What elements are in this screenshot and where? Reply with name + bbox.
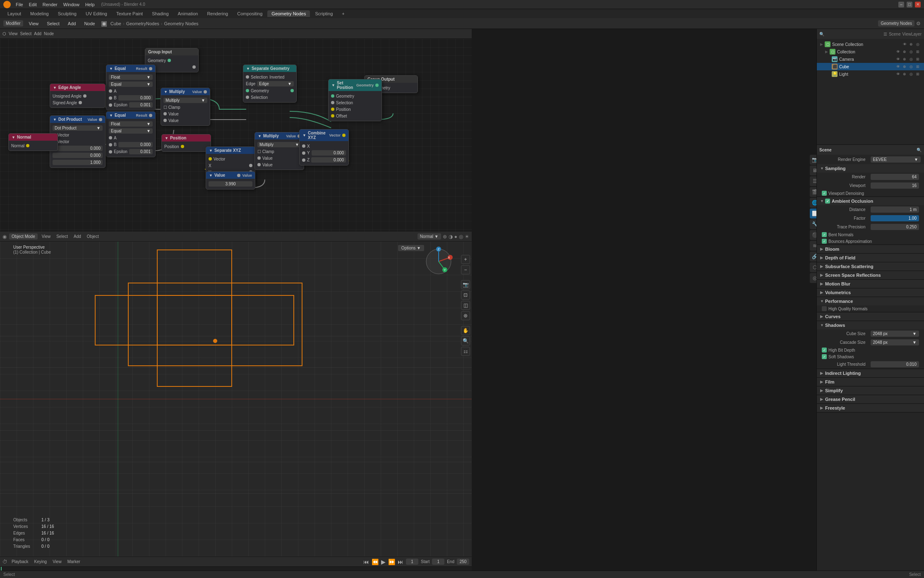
outliner-collection-cursor[interactable]: ⊕ [902,49,907,55]
timeline-play[interactable]: ▶ [381,559,386,565]
outliner-cube-extra[interactable]: ⊞ [915,64,921,70]
tab-shading[interactable]: Shading [148,10,173,17]
timeline-jump-end[interactable]: ⏭ [398,559,403,565]
ao-trace-value[interactable]: 0.250 [871,224,919,230]
timeline-current-frame[interactable]: 1 [406,559,418,565]
viewport-select-menu[interactable]: Select [55,234,70,239]
outliner-cube-cursor[interactable]: ⊕ [902,64,907,70]
node-dot-product-op-dropdown[interactable]: Dot Product ▼ [53,125,103,131]
node-view-menu[interactable]: View [9,31,18,36]
node-combine-xyz[interactable]: ▼ Combine XYZ Vector X Y 0.000 [299,129,349,165]
shadows-hbd-checkbox[interactable]: ✓ [822,348,827,353]
node-value[interactable]: ▼ Value Value 3.990 [206,171,255,189]
sep-geo-type-dropdown[interactable]: Edge ▼ [257,81,294,86]
vp-zoom-in[interactable]: + [461,255,470,264]
viewport-normal-dropdown[interactable]: Normal ▼ [418,233,441,240]
node-equal1-type-dropdown[interactable]: Float ▼ [109,74,153,80]
viewport-solid-icon[interactable]: ● [454,234,457,240]
node-edge-angle[interactable]: ▼ Edge Angle Unsigned Angle Signed Angle [50,84,106,108]
node-dot-product[interactable]: ▼ Dot Product Value Dot Product ▼ Vector [50,115,106,168]
outliner-light-render[interactable]: ◎ [908,71,914,77]
outliner-camera-eye[interactable]: 👁 [895,56,901,62]
viewport-object-menu[interactable]: Object [85,234,101,239]
outliner-light-cursor[interactable]: ⊕ [902,71,907,77]
viewport-add-menu[interactable]: Add [72,234,83,239]
tab-geometry-nodes[interactable]: Geometry Nodes [267,10,310,17]
timeline-view-menu[interactable]: View [51,559,63,564]
breadcrumb-cube[interactable]: Cube [110,21,121,26]
outliner-cube-render[interactable]: ◎ [908,64,914,70]
node-multiply1[interactable]: ▼ Multiply Value Multiply ▼ ☐ Clamp Valu… [161,88,210,126]
outliner-camera-cursor[interactable]: ⊕ [902,56,907,62]
node-add-menu[interactable]: Add [34,31,41,36]
vp-camera[interactable]: 📷 [461,280,470,289]
ao-distance-value[interactable]: 1 m [871,206,919,213]
outliner-collection-render[interactable]: ◎ [908,49,914,55]
outliner-cube[interactable]: ⬛ Cube 👁 ⊕ ◎ ⊞ [817,63,924,70]
ssr-header[interactable]: ▶ Screen Space Reflections [817,271,924,279]
tab-layout[interactable]: Layout [3,10,25,17]
node-dot-y[interactable]: 0.000 [53,153,103,158]
ao-bent-normals-checkbox[interactable]: ✓ [822,232,827,237]
sss-header[interactable]: ▶ Subsurface Scattering [817,262,924,271]
outliner-collection-extra[interactable]: ⊞ [915,49,921,55]
outliner-filter-icon[interactable]: ☰ [883,32,887,36]
multiply2-op-dropdown[interactable]: Multiply ▼ [257,142,301,147]
viewport-rendered-icon[interactable]: ☀ [465,234,469,240]
node-multiply1-op-dropdown[interactable]: Multiply ▼ [163,98,207,103]
vp-extra[interactable]: ⚏ [461,347,470,356]
node-equal2-eps-value[interactable]: 0.001 [129,149,153,154]
sampling-header[interactable]: ▼ Sampling [817,164,924,173]
dof-header[interactable]: ▶ Depth of Field [817,254,924,262]
shadows-cube-size-select[interactable]: 2048 px ▼ [871,331,919,337]
node-equal1-op-dropdown[interactable]: Equal ▼ [109,82,153,87]
node-position[interactable]: ▼ Position Position [161,134,211,152]
timeline-step-back[interactable]: ⏪ [372,559,379,565]
menu-file[interactable]: File [13,1,26,8]
node-equal1-b-value[interactable]: 0.000 [118,95,153,101]
simplify-header[interactable]: ▶ Simplify [817,386,924,395]
perf-header[interactable]: ▼ Performance [817,297,924,305]
tab-rendering[interactable]: Rendering [203,10,232,17]
node-select-menu[interactable]: Select [20,31,32,36]
node-equal2[interactable]: ▼ Equal Result Float ▼ Equal ▼ A [106,111,156,157]
tab-add[interactable]: + [338,10,348,17]
outliner-cube-eye[interactable]: 👁 [895,64,901,70]
perf-hq-normals-checkbox[interactable] [822,306,827,311]
combine-xyz-z-value[interactable]: 0.000 [311,157,346,163]
node-menu[interactable]: Node [82,20,97,27]
vp-magnify[interactable]: 🔍 [461,336,470,345]
tab-texture-paint[interactable]: Texture Paint [112,10,147,17]
mb-header[interactable]: ▶ Motion Blur [817,280,924,288]
node-set-position[interactable]: ▼ Set Position Geometry Geometry Selecti… [328,79,382,121]
node-equal2-op-dropdown[interactable]: Equal ▼ [109,128,153,134]
outliner-camera[interactable]: 📷 Camera 👁 ⊕ ◎ ⊞ [817,55,924,63]
viewport-canvas[interactable]: User Perspective (1) Collection | Cube O… [0,242,472,556]
tab-sculpting[interactable]: Sculpting [54,10,81,17]
vp-zoom-out[interactable]: − [461,265,470,274]
outliner-action-cursor[interactable]: ⊕ [908,41,914,47]
viewport-overlay-icon[interactable]: ⊛ [443,234,447,240]
shadows-threshold-value[interactable]: 0.010 [871,361,919,367]
outliner-light-extra[interactable]: ⊞ [915,71,921,77]
viewport-shading-icon[interactable]: ◑ [449,234,453,240]
menu-window[interactable]: Window [61,1,82,8]
timeline-start-frame[interactable]: 1 [432,559,444,565]
menu-render[interactable]: Render [40,1,60,8]
indirect-lighting-header[interactable]: ▶ Indirect Lighting [817,369,924,377]
node-normal[interactable]: ▼ Normal Normal [8,133,58,151]
curves-header[interactable]: ▶ Curves [817,312,924,321]
vp-toggle-proportional[interactable]: ⊛ [461,311,470,320]
add-menu[interactable]: Add [65,20,79,27]
object-mode-dropdown[interactable]: Object Mode [9,233,38,240]
node-multiply2[interactable]: ▼ Multiply Value Multiply ▼ ☐ Clamp Valu… [254,132,304,170]
view-menu[interactable]: View [26,20,41,27]
ao-header[interactable]: ▼ ✓ Ambient Occlusion [817,197,924,205]
outliner-action-render[interactable]: ◎ [915,41,921,47]
outliner-collection-eye[interactable]: 👁 [895,49,901,55]
node-equal1[interactable]: ▼ Equal Result Float ▼ Equal ▼ A [106,65,156,110]
timeline-playback-menu[interactable]: Playback [10,559,30,564]
vp-frame-selected[interactable]: ⊡ [461,290,470,300]
node-node-menu[interactable]: Node [44,31,54,36]
modifier-dropdown[interactable]: Modifier [3,20,23,26]
